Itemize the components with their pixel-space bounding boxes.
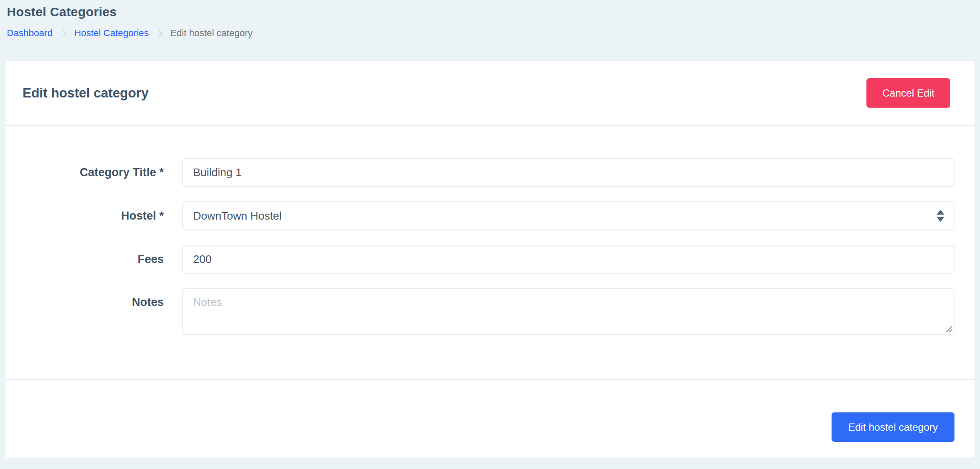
hostel-select[interactable]: DownTown Hostel bbox=[182, 201, 954, 230]
page-title: Hostel Categories bbox=[7, 3, 973, 20]
chevron-right-icon bbox=[156, 30, 162, 37]
edit-category-form: Category Title * Hostel * DownTown Hoste… bbox=[6, 126, 974, 379]
category-title-input[interactable] bbox=[182, 158, 954, 187]
breadcrumb-link-dashboard[interactable]: Dashboard bbox=[7, 27, 53, 40]
notes-textarea[interactable] bbox=[182, 288, 954, 335]
notes-label: Notes bbox=[23, 288, 164, 309]
category-title-label: Category Title * bbox=[23, 166, 164, 179]
form-row-fees: Fees bbox=[23, 245, 954, 274]
textarea-resize-handle-icon[interactable] bbox=[945, 325, 952, 333]
fees-input[interactable] bbox=[182, 245, 954, 274]
page-header: Hostel Categories Dashboard Hostel Categ… bbox=[0, 0, 980, 40]
breadcrumb-current: Edit hostel category bbox=[171, 27, 253, 40]
form-row-notes: Notes bbox=[23, 288, 954, 335]
breadcrumb: Dashboard Hostel Categories Edit hostel … bbox=[7, 27, 973, 40]
form-row-hostel: Hostel * DownTown Hostel bbox=[23, 201, 954, 230]
breadcrumb-link-hostel-categories[interactable]: Hostel Categories bbox=[74, 27, 149, 40]
cancel-edit-button[interactable]: Cancel Edit bbox=[866, 78, 950, 108]
card-header: Edit hostel category Cancel Edit bbox=[6, 61, 974, 126]
fees-label: Fees bbox=[23, 253, 164, 266]
form-row-category-title: Category Title * bbox=[23, 158, 954, 187]
card-title: Edit hostel category bbox=[23, 86, 148, 101]
card-footer: Edit hostel category bbox=[6, 379, 974, 458]
edit-category-card: Edit hostel category Cancel Edit Categor… bbox=[6, 61, 974, 458]
hostel-label: Hostel * bbox=[23, 209, 164, 223]
submit-edit-button[interactable]: Edit hostel category bbox=[832, 412, 954, 442]
chevron-right-icon bbox=[60, 30, 66, 37]
